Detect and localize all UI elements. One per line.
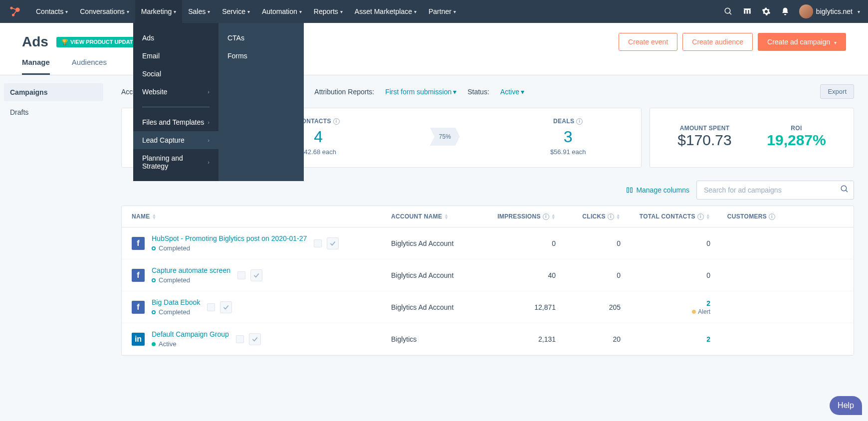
th-clicks[interactable]: CLICKSi▲▼ bbox=[556, 213, 621, 220]
contacts-value: 0 bbox=[706, 271, 710, 279]
facebook-icon: f bbox=[132, 301, 145, 314]
sidebar-item-campaigns[interactable]: Campaigns bbox=[4, 83, 103, 101]
nav-item-partner[interactable]: Partner▾ bbox=[423, 0, 462, 23]
menu-item-ctas[interactable]: CTAs bbox=[218, 29, 304, 47]
clicks-cell: 205 bbox=[556, 303, 621, 311]
menu-item-label: Files and Templates bbox=[142, 118, 204, 126]
account-cell: Biglytics Ad Account bbox=[391, 239, 481, 247]
nav-item-marketing[interactable]: Marketing▾ bbox=[135, 0, 182, 23]
nav-item-label: Partner bbox=[429, 7, 451, 15]
columns-icon bbox=[626, 187, 633, 194]
svg-point-12 bbox=[841, 186, 847, 191]
th-customers[interactable]: CUSTOMERSi bbox=[710, 213, 775, 220]
status-label: Status: bbox=[467, 88, 489, 96]
select-checkbox[interactable] bbox=[249, 333, 261, 345]
info-icon[interactable]: i bbox=[543, 213, 549, 220]
nav-item-reports[interactable]: Reports▾ bbox=[308, 0, 349, 23]
impressions-cell: 12,871 bbox=[481, 303, 556, 311]
view-product-updates-button[interactable]: 🏆 VIEW PRODUCT UPDATES bbox=[56, 37, 145, 47]
create-audience-button[interactable]: Create audience bbox=[682, 33, 753, 51]
th-contacts[interactable]: TOTAL CONTACTSi▲▼ bbox=[621, 213, 710, 220]
nav-item-sales[interactable]: Sales▾ bbox=[182, 0, 216, 23]
chevron-down-icon: ▾ bbox=[127, 9, 129, 14]
accounts-label: Acc bbox=[121, 88, 133, 96]
status-filter[interactable]: Active▾ bbox=[500, 88, 524, 96]
svg-point-5 bbox=[725, 8, 730, 13]
table-row: fHubSpot - Promoting Biglytics post on 2… bbox=[122, 227, 854, 259]
search-icon[interactable] bbox=[840, 185, 849, 196]
nav-item-label: Contacts bbox=[36, 7, 63, 15]
drag-handle[interactable] bbox=[207, 303, 215, 311]
info-icon[interactable]: i bbox=[697, 213, 704, 220]
nav-item-service[interactable]: Service▾ bbox=[216, 0, 256, 23]
info-icon[interactable]: i bbox=[576, 118, 583, 125]
nav-item-label: Marketing bbox=[141, 7, 172, 15]
create-ad-campaign-button[interactable]: Create ad campaign ▾ bbox=[758, 33, 846, 51]
nav-item-label: Sales bbox=[188, 7, 206, 15]
menu-item-lead-capture[interactable]: Lead Capture› bbox=[133, 131, 218, 149]
account-switcher[interactable]: biglytics.net ▾ bbox=[799, 4, 860, 18]
contacts-link[interactable]: 2 bbox=[706, 299, 710, 307]
create-event-button[interactable]: Create event bbox=[619, 33, 677, 51]
page-title: Ads bbox=[22, 34, 48, 50]
chevron-right-icon: › bbox=[208, 137, 210, 143]
marketplace-icon[interactable] bbox=[742, 6, 752, 16]
nav-item-contacts[interactable]: Contacts▾ bbox=[30, 0, 74, 23]
select-checkbox[interactable] bbox=[327, 237, 339, 249]
clicks-cell: 20 bbox=[556, 335, 621, 343]
attribution-filter[interactable]: First form submission▾ bbox=[385, 88, 456, 96]
campaign-search-input[interactable] bbox=[696, 181, 854, 200]
export-button[interactable]: Export bbox=[820, 84, 854, 99]
account-cell: Biglytics bbox=[391, 335, 481, 343]
nav-item-conversations[interactable]: Conversations▾ bbox=[74, 0, 135, 23]
th-customers-label: CUSTOMERS bbox=[727, 213, 767, 220]
top-nav: Contacts▾Conversations▾Marketing▾Sales▾S… bbox=[0, 0, 868, 23]
menu-separator bbox=[142, 107, 210, 107]
drag-handle[interactable] bbox=[237, 271, 245, 279]
notifications-icon[interactable] bbox=[780, 6, 790, 16]
sidebar-item-drafts[interactable]: Drafts bbox=[4, 103, 103, 121]
info-icon[interactable]: i bbox=[608, 213, 614, 220]
info-icon[interactable]: i bbox=[333, 118, 340, 125]
menu-item-social[interactable]: Social bbox=[133, 65, 218, 83]
menu-item-files-and-templates[interactable]: Files and Templates› bbox=[133, 113, 218, 131]
tab-manage[interactable]: Manage bbox=[22, 58, 50, 75]
menu-item-email[interactable]: Email bbox=[133, 47, 218, 65]
drag-handle[interactable] bbox=[314, 239, 322, 247]
menu-item-planning-and-strategy[interactable]: Planning and Strategy› bbox=[133, 149, 218, 175]
spent-label: AMOUNT SPENT bbox=[677, 125, 731, 132]
funnel-step-deals: 75% bbox=[430, 128, 460, 146]
settings-icon[interactable] bbox=[761, 6, 771, 16]
menu-item-forms[interactable]: Forms bbox=[218, 47, 304, 65]
attribution-value: First form submission bbox=[385, 88, 451, 96]
tab-audiences[interactable]: Audiences bbox=[72, 58, 107, 75]
sort-icon: ▲▼ bbox=[706, 213, 710, 219]
sort-icon: ▲▼ bbox=[444, 213, 448, 219]
th-account[interactable]: ACCOUNT NAME▲▼ bbox=[391, 213, 481, 220]
clicks-cell: 0 bbox=[556, 271, 621, 279]
campaign-name-link[interactable]: Capture automate screen bbox=[152, 266, 230, 274]
impressions-cell: 40 bbox=[481, 271, 556, 279]
manage-columns-link[interactable]: Manage columns bbox=[626, 186, 689, 194]
chevron-right-icon: › bbox=[208, 119, 210, 125]
contacts-link[interactable]: 2 bbox=[706, 335, 710, 343]
contacts-value: 0 bbox=[706, 239, 710, 247]
chevron-down-icon: ▾ bbox=[414, 9, 417, 14]
select-checkbox[interactable] bbox=[220, 301, 232, 313]
th-impressions[interactable]: IMPRESSIONSi▲▼ bbox=[481, 213, 556, 220]
nav-item-automation[interactable]: Automation▾ bbox=[256, 0, 308, 23]
impressions-cell: 2,131 bbox=[481, 335, 556, 343]
drag-handle[interactable] bbox=[236, 335, 244, 343]
nav-item-asset-marketplace[interactable]: Asset Marketplace▾ bbox=[349, 0, 423, 23]
menu-item-label: Website bbox=[142, 88, 167, 96]
status-dot-icon bbox=[152, 342, 156, 346]
menu-item-website[interactable]: Website› bbox=[133, 83, 218, 101]
campaign-name-link[interactable]: Big Data Ebook bbox=[152, 298, 200, 306]
menu-item-ads[interactable]: Ads bbox=[133, 29, 218, 47]
th-name[interactable]: NAME▲▼ bbox=[132, 213, 391, 220]
info-icon[interactable]: i bbox=[769, 213, 775, 220]
search-icon[interactable] bbox=[723, 6, 733, 16]
select-checkbox[interactable] bbox=[250, 269, 262, 281]
campaign-name-link[interactable]: HubSpot - Promoting Biglytics post on 20… bbox=[152, 234, 307, 242]
campaign-name-link[interactable]: Default Campaign Group bbox=[152, 330, 229, 338]
